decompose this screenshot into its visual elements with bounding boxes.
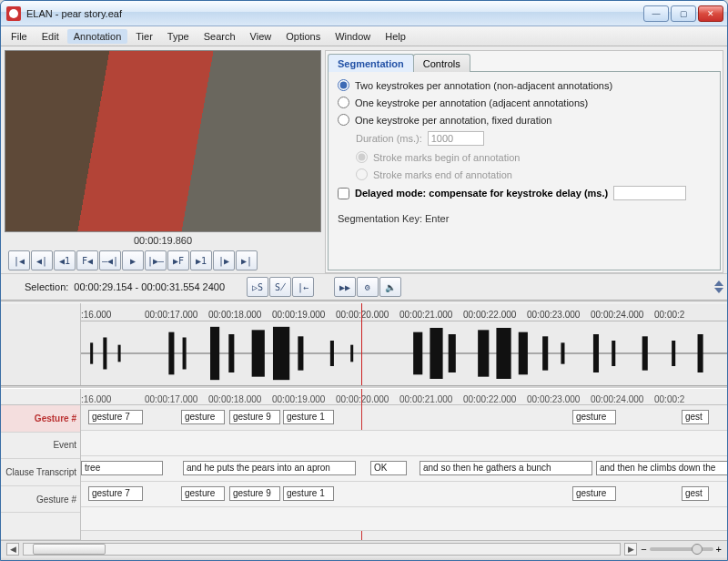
svg-rect-19	[542, 336, 548, 370]
annotation[interactable]: tree	[81, 461, 163, 475]
delayed-field[interactable]	[613, 186, 686, 200]
annotation[interactable]: gesture	[572, 410, 616, 424]
playhead[interactable]	[361, 303, 362, 385]
segmentation-key: Segmentation Key: Enter	[338, 213, 711, 224]
transport-button-8[interactable]: ▶1	[190, 250, 212, 270]
duration-field[interactable]	[428, 131, 484, 146]
scroll-right-icon[interactable]: ▶	[624, 543, 637, 556]
close-button[interactable]: ✕	[698, 5, 723, 22]
annotation[interactable]: gesture	[572, 486, 616, 501]
transport-button-3[interactable]: F◀	[76, 250, 98, 270]
annotation[interactable]: gest	[682, 410, 709, 424]
horizontal-scrollbar[interactable]: ◀ ▶ − +	[1, 540, 727, 556]
menu-edit[interactable]: Edit	[35, 29, 66, 44]
video-preview[interactable]	[5, 50, 321, 232]
radio-one-fixed-label: One keystroke per annotation, fixed dura…	[355, 115, 551, 126]
svg-rect-10	[298, 336, 303, 370]
stroke-end-label: Stroke marks end of annotation	[373, 169, 512, 180]
transport-button-1[interactable]: ◀|	[31, 250, 53, 270]
annotation[interactable]: and then he climbs down the	[596, 461, 727, 475]
menu-window[interactable]: Window	[329, 29, 377, 44]
scroll-left-icon[interactable]: ◀	[6, 543, 19, 556]
playback-button-0[interactable]: ▶▶	[334, 277, 356, 297]
tier-row-gesture_top[interactable]: gesture 7gesturegesture 9gesture 1gestur…	[81, 405, 727, 431]
tier-label-clause[interactable]: Clause Transcript	[1, 459, 80, 486]
radio-stroke-end: Stroke marks end of annotation	[356, 168, 711, 180]
svg-rect-23	[642, 336, 648, 370]
panel-toggle-icon[interactable]	[714, 280, 723, 293]
transport-button-9[interactable]: |▶	[213, 250, 235, 270]
tab-segmentation[interactable]: Segmentation	[328, 54, 414, 72]
annotation[interactable]: gesture 1	[283, 410, 334, 424]
tier-label-event[interactable]: Event	[1, 433, 80, 460]
svg-rect-4	[168, 332, 174, 375]
menu-type[interactable]: Type	[161, 29, 196, 44]
menu-view[interactable]: View	[244, 29, 278, 44]
radio-one-keystroke-adjacent[interactable]: One keystroke per annotation (adjacent a…	[338, 97, 711, 108]
maximize-button[interactable]: ▢	[671, 5, 696, 22]
delayed-label: Delayed mode: compensate for keystroke d…	[355, 188, 608, 199]
time-tick: 00:00:20.000	[336, 310, 399, 320]
selection-button-2[interactable]: |←	[292, 277, 314, 297]
tier-row-clause[interactable]: treeand he puts the pears into an apronO…	[81, 456, 727, 482]
time-ruler-top[interactable]: :16.00000:00:17.00000:00:18.00000:00:19.…	[81, 303, 727, 321]
tier-row-event[interactable]	[81, 431, 727, 456]
svg-rect-18	[519, 332, 528, 375]
time-tick: 00:00:17.000	[145, 394, 208, 404]
playback-button-1[interactable]: ⚙	[357, 277, 379, 297]
tier-label-gesture_top[interactable]: Gesture #	[1, 405, 80, 433]
transport-button-7[interactable]: ▶F	[167, 250, 189, 270]
scroll-thumb[interactable]	[33, 544, 106, 555]
selection-button-1[interactable]: S̸	[269, 277, 291, 297]
time-tick: 00:00:22.000	[463, 394, 527, 404]
svg-rect-9	[273, 327, 289, 380]
time-ruler-bottom[interactable]: :16.00000:00:17.00000:00:18.00000:00:19.…	[81, 389, 727, 405]
annotation[interactable]: gest	[682, 486, 709, 501]
radio-one-keystroke-fixed[interactable]: One keystroke per annotation, fixed dura…	[338, 114, 711, 126]
transport-button-2[interactable]: ◀1	[54, 250, 76, 270]
transport-button-6[interactable]: |▶–	[145, 250, 167, 270]
zoom-minus-icon[interactable]: −	[641, 544, 646, 555]
menu-annotation[interactable]: Annotation	[67, 29, 128, 44]
transport-button-5[interactable]: ▶	[122, 250, 144, 270]
menu-search[interactable]: Search	[197, 29, 242, 44]
selection-button-0[interactable]: ▷S	[247, 277, 268, 297]
delayed-mode-row[interactable]: Delayed mode: compensate for keystroke d…	[338, 186, 711, 200]
menu-help[interactable]: Help	[379, 29, 412, 44]
annotation[interactable]: gesture 7	[88, 486, 143, 501]
minimize-button[interactable]: —	[643, 5, 669, 22]
annotation[interactable]: gesture 9	[229, 410, 280, 424]
time-tick: 00:00:21.000	[399, 310, 463, 320]
menu-file[interactable]: File	[5, 29, 34, 44]
transport-bar: |◀◀|◀1F◀–◀|▶|▶–▶F▶1|▶▶|	[5, 248, 321, 273]
tab-controls[interactable]: Controls	[413, 54, 470, 72]
svg-rect-14	[430, 328, 442, 379]
waveform-area[interactable]: :16.00000:00:17.00000:00:18.00000:00:19.…	[81, 303, 727, 385]
menu-options[interactable]: Options	[279, 29, 327, 44]
radio-two-keystrokes[interactable]: Two keystrokes per annotation (non-adjac…	[338, 79, 711, 91]
svg-rect-24	[672, 341, 675, 366]
transport-button-10[interactable]: ▶|	[236, 250, 258, 270]
time-tick: 00:00:19.000	[272, 394, 336, 404]
annotation[interactable]: and he puts the pears into an apron	[183, 461, 356, 475]
tier-row-gesture_bot[interactable]: gesture 7gesturegesture 9gesture 1gestur…	[81, 482, 727, 507]
annotation[interactable]: gesture	[181, 486, 225, 501]
zoom-plus-icon[interactable]: +	[716, 544, 722, 555]
time-tick: 00:00:2	[654, 394, 718, 404]
annotation[interactable]: OK	[370, 461, 407, 475]
transport-button-0[interactable]: |◀	[8, 250, 30, 270]
annotation[interactable]: and so then he gathers a bunch	[420, 461, 592, 475]
annotation[interactable]: gesture 9	[229, 486, 280, 501]
time-tick: 00:00:21.000	[399, 394, 463, 404]
playback-button-2[interactable]: 🔈	[379, 277, 401, 297]
svg-rect-2	[103, 338, 106, 370]
annotation[interactable]: gesture 1	[283, 486, 334, 501]
annotation[interactable]: gesture 7	[88, 410, 143, 424]
svg-rect-3	[118, 345, 121, 362]
svg-rect-8	[252, 330, 265, 376]
menu-tier[interactable]: Tier	[129, 29, 159, 44]
transport-button-4[interactable]: –◀|	[99, 250, 121, 270]
annotation[interactable]: gesture	[181, 410, 225, 424]
zoom-slider[interactable]: − +	[641, 544, 722, 555]
tier-label-gesture_bot[interactable]: Gesture #	[1, 486, 80, 514]
